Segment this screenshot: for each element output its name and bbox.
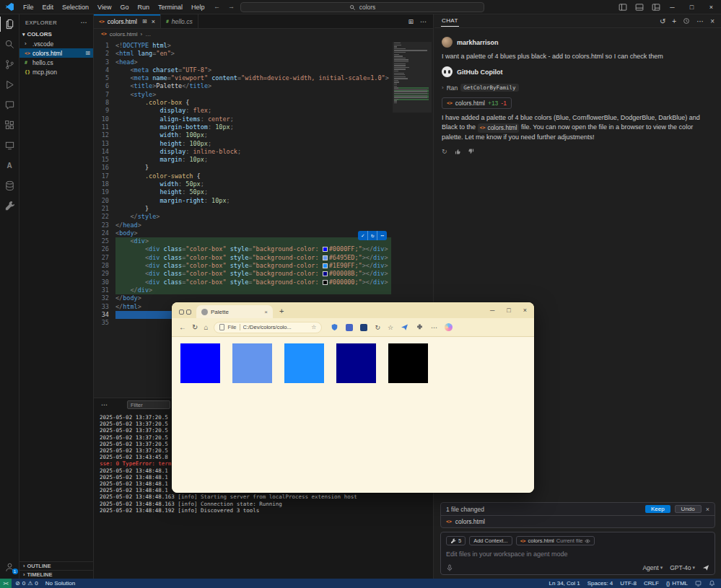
favorites-icon[interactable]: ☆	[388, 324, 393, 331]
send-icon[interactable]	[702, 564, 709, 571]
cast-icon[interactable]	[691, 580, 705, 587]
code-line-7[interactable]: 7 <style>	[94, 91, 433, 99]
code-line-9[interactable]: 9 display: flex;	[94, 107, 433, 115]
code-line-28[interactable]: 28 <div class="color-box" style="backgro…	[94, 262, 433, 270]
minimap[interactable]	[394, 43, 429, 108]
accept-edit-icon[interactable]: ✓	[358, 231, 367, 240]
extension-refresh-icon[interactable]: ↻	[375, 324, 380, 331]
maximize-icon[interactable]: □	[682, 0, 702, 14]
code-line-14[interactable]: 14 display: inline-block;	[94, 148, 433, 156]
code-line-8[interactable]: 8 .color-box {	[94, 99, 433, 107]
activity-remote-explorer[interactable]	[0, 139, 19, 152]
file-item-hello.cs[interactable]: #hello.cs	[19, 58, 93, 67]
code-line-4[interactable]: 4 <meta charset="UTF-8">	[94, 66, 433, 74]
menu-run[interactable]: Run	[133, 4, 154, 11]
history-icon[interactable]	[683, 17, 690, 25]
code-line-11[interactable]: 11 margin-bottom: 10px;	[94, 123, 433, 131]
close-tab-icon[interactable]: ×	[152, 18, 155, 25]
activity-database[interactable]	[0, 180, 19, 192]
command-center-search[interactable]: colors	[240, 2, 484, 12]
code-line-22[interactable]: 22 </style>	[94, 213, 433, 221]
browser-window[interactable]: Palette × + ─ □ × ← ↻ ⌂ File C:/Dev/colo…	[172, 302, 534, 493]
activity-source-control[interactable]	[0, 58, 19, 71]
code-line-17[interactable]: 17 .color-swatch {	[94, 172, 433, 180]
close-tab-icon[interactable]: ×	[264, 309, 268, 315]
undo-chat-icon[interactable]: ↺	[660, 17, 665, 25]
indentation-status[interactable]: Spaces: 4	[584, 580, 617, 587]
extensions-puzzle-icon[interactable]	[416, 323, 424, 331]
menu-edit[interactable]: Edit	[38, 4, 58, 11]
minimize-icon[interactable]: ─	[490, 307, 494, 314]
editor-more-icon[interactable]: ⋯	[420, 18, 427, 25]
eol-status[interactable]: CRLF	[640, 580, 663, 587]
activity-extensions[interactable]	[0, 119, 19, 131]
chat-input[interactable]: 5 Add Context... <> colors.html Current …	[440, 532, 715, 575]
refresh-icon[interactable]: ↻	[192, 323, 198, 331]
close-edits-icon[interactable]: ×	[706, 506, 709, 513]
browser-tab[interactable]: Palette ×	[196, 305, 273, 318]
menu-go[interactable]: Go	[115, 4, 133, 11]
back-icon[interactable]: ←	[179, 323, 186, 331]
close-icon[interactable]: ×	[702, 0, 721, 14]
add-context-chip[interactable]: Add Context...	[469, 536, 512, 545]
toggle-sidebar-icon[interactable]	[619, 3, 627, 12]
code-line-31[interactable]: 31 </div>	[94, 286, 433, 294]
file-item-mcp.json[interactable]: {}mcp.json	[19, 67, 93, 76]
code-line-3[interactable]: 3<head>	[94, 58, 433, 66]
split-editor-icon[interactable]: ⊞	[408, 18, 414, 25]
menu-file[interactable]: File	[19, 4, 38, 11]
toggle-panel-icon[interactable]	[635, 3, 644, 12]
tab-hello.cs[interactable]: #hello.cs	[161, 14, 198, 28]
close-icon[interactable]: ×	[523, 307, 527, 314]
discard-edit-icon[interactable]: ↻	[367, 231, 377, 240]
chat-input-placeholder[interactable]: Edit files in your workspace in agent mo…	[446, 550, 709, 558]
model-dropdown[interactable]: GPT-4o▾	[670, 564, 695, 571]
open-changes-icon[interactable]: ⊞	[142, 18, 147, 25]
changed-file-chip[interactable]: <> colors.html +13 -1	[442, 97, 512, 109]
agent-mode-dropdown[interactable]: Agent▾	[642, 564, 663, 571]
activity-tools[interactable]	[0, 200, 19, 212]
microphone-icon[interactable]	[446, 564, 453, 571]
keep-button[interactable]: Keep	[645, 505, 670, 513]
close-chat-icon[interactable]: ×	[710, 17, 715, 25]
code-line-19[interactable]: 19 height: 50px;	[94, 188, 433, 196]
remote-indicator[interactable]: ><	[0, 579, 12, 588]
code-line-26[interactable]: 26 <div class="color-box" style="backgro…	[94, 245, 433, 253]
tool-call-row[interactable]: › Ran GetColorByFamily	[442, 84, 712, 92]
file-item-.vscode[interactable]: ›.vscode	[19, 39, 93, 48]
undo-button[interactable]: Undo	[675, 505, 702, 513]
customize-layout-icon[interactable]	[652, 3, 660, 12]
code-line-30[interactable]: 30 <div class="color-box" style="backgro…	[94, 278, 433, 286]
code-line-16[interactable]: 16 }	[94, 164, 433, 172]
code-line-18[interactable]: 18 width: 50px;	[94, 180, 433, 188]
shield-extension-icon[interactable]	[331, 323, 338, 331]
filter-input[interactable]: Filter	[127, 400, 170, 409]
code-line-15[interactable]: 15 margin: 10px;	[94, 156, 433, 164]
color-decorator[interactable]	[323, 271, 328, 276]
code-line-27[interactable]: 27 <div class="color-box" style="backgro…	[94, 254, 433, 262]
tools-chip[interactable]: 5	[446, 536, 466, 545]
color-decorator[interactable]	[323, 280, 328, 285]
color-decorator[interactable]	[323, 263, 328, 268]
menu-selection[interactable]: Selection	[58, 4, 93, 11]
tab-chat[interactable]: CHAT	[441, 15, 459, 27]
share-icon[interactable]	[401, 323, 408, 331]
code-line-29[interactable]: 29 <div class="color-box" style="backgro…	[94, 270, 433, 278]
browser-copilot-icon[interactable]	[445, 323, 453, 331]
tab-group-icons[interactable]	[179, 310, 191, 315]
extension-icon-navy[interactable]	[360, 324, 367, 331]
menu-help[interactable]: Help	[187, 4, 209, 11]
file-item-colors.html[interactable]: <>colors.html⊞	[19, 48, 93, 58]
breadcrumb[interactable]: <> colors.html › …	[94, 29, 433, 39]
activity-chat[interactable]	[0, 99, 19, 111]
color-decorator[interactable]	[323, 247, 328, 252]
color-decorator[interactable]	[323, 255, 328, 260]
code-line-12[interactable]: 12 width: 100px;	[94, 131, 433, 139]
regenerate-icon[interactable]: ↻	[442, 148, 447, 155]
code-line-13[interactable]: 13 height: 100px;	[94, 140, 433, 148]
new-tab-icon[interactable]: +	[279, 307, 284, 315]
home-icon[interactable]: ⌂	[204, 323, 208, 331]
code-line-23[interactable]: 23</head>	[94, 221, 433, 229]
language-status[interactable]: {}HTML	[663, 580, 691, 587]
cursor-position[interactable]: Ln 34, Col 1	[546, 580, 584, 587]
